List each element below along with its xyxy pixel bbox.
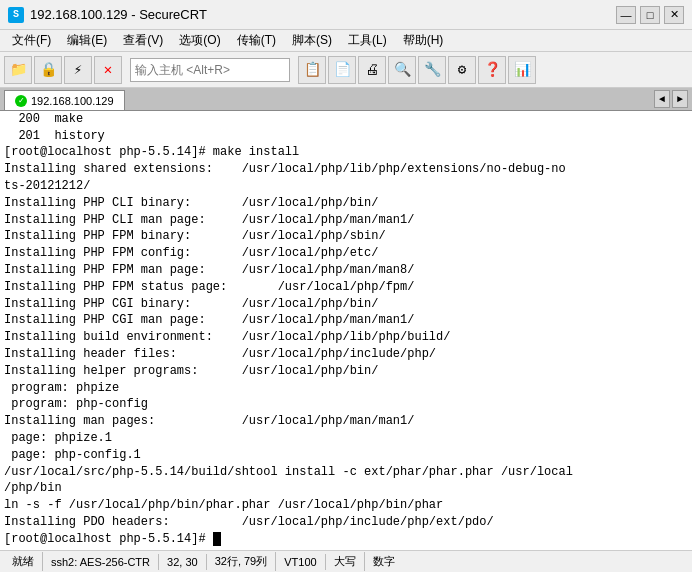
terminal-line: Installing man pages: /usr/local/php/man… [4, 413, 688, 430]
terminal-line: [root@localhost php-5.5.14]# [4, 531, 688, 548]
connection-status-icon [15, 95, 27, 107]
toolbar-btn-8[interactable]: ⚙ [448, 56, 476, 84]
terminal-line: 200 make [4, 111, 688, 128]
status-lines: 32行, 79列 [207, 552, 277, 571]
terminal-line: Installing PHP FPM config: /usr/local/ph… [4, 245, 688, 262]
terminal-line: /usr/local/src/php-5.5.14/build/shtool i… [4, 464, 688, 481]
menu-edit[interactable]: 编辑(E) [59, 30, 115, 51]
toolbar-btn-2[interactable]: 🔒 [34, 56, 62, 84]
terminal-line: ln -s -f /usr/local/php/bin/phar.phar /u… [4, 497, 688, 514]
menu-view[interactable]: 查看(V) [115, 30, 171, 51]
toolbar-btn-7[interactable]: 🔧 [418, 56, 446, 84]
title-bar: S 192.168.100.129 - SecureCRT — □ ✕ [0, 0, 692, 30]
terminal-line: 201 history [4, 128, 688, 145]
toolbar-btn-3[interactable]: ⚡ [64, 56, 92, 84]
session-tab[interactable]: 192.168.100.129 [4, 90, 125, 110]
terminal-line: Installing PHP FPM status page: /usr/loc… [4, 279, 688, 296]
toolbar-sep-2 [292, 56, 296, 84]
toolbar-btn-5[interactable]: 🖨 [358, 56, 386, 84]
toolbar-btn-10[interactable]: 📊 [508, 56, 536, 84]
tab-bar: 192.168.100.129 ◄ ► [0, 88, 692, 111]
menu-help[interactable]: 帮助(H) [395, 30, 452, 51]
terminal-line: program: php-config [4, 396, 688, 413]
toolbar: 📁 🔒 ⚡ ✕ 📋 📄 🖨 🔍 🔧 ⚙ ❓ 📊 [0, 52, 692, 88]
status-numlock: 数字 [365, 552, 403, 571]
terminal-line: Installing PHP CGI binary: /usr/local/ph… [4, 296, 688, 313]
terminal-line: page: phpize.1 [4, 430, 688, 447]
close-button[interactable]: ✕ [664, 6, 684, 24]
terminal-line: Installing build environment: /usr/local… [4, 329, 688, 346]
toolbar-btn-paste[interactable]: 📄 [328, 56, 356, 84]
status-ready: 就绪 [4, 552, 43, 571]
status-encryption: ssh2: AES-256-CTR [43, 554, 159, 570]
menu-bar: 文件(F) 编辑(E) 查看(V) 选项(O) 传输(T) 脚本(S) 工具(L… [0, 30, 692, 52]
terminal-line: page: php-config.1 [4, 447, 688, 464]
maximize-button[interactable]: □ [640, 6, 660, 24]
terminal-line: /php/bin [4, 480, 688, 497]
main-window: S 192.168.100.129 - SecureCRT — □ ✕ 文件(F… [0, 0, 692, 572]
toolbar-btn-copy[interactable]: 📋 [298, 56, 326, 84]
terminal-line: Installing header files: /usr/local/php/… [4, 346, 688, 363]
terminal-line: Installing PHP CLI binary: /usr/local/ph… [4, 195, 688, 212]
terminal-line: Installing PHP FPM binary: /usr/local/ph… [4, 228, 688, 245]
terminal-line: Installing PHP FPM man page: /usr/local/… [4, 262, 688, 279]
window-controls: — □ ✕ [616, 6, 684, 24]
terminal-line: Installing shared extensions: /usr/local… [4, 161, 688, 178]
status-capslock: 大写 [326, 552, 365, 571]
toolbar-sep-1 [124, 56, 128, 84]
tab-label: 192.168.100.129 [31, 95, 114, 107]
status-terminal: VT100 [276, 554, 325, 570]
tab-scroll-right[interactable]: ► [672, 90, 688, 108]
host-input[interactable] [130, 58, 290, 82]
menu-script[interactable]: 脚本(S) [284, 30, 340, 51]
window-title: 192.168.100.129 - SecureCRT [30, 7, 207, 22]
terminal-line: Installing PHP CGI man page: /usr/local/… [4, 312, 688, 329]
toolbar-group-1: 📁 🔒 ⚡ ✕ [4, 56, 122, 84]
menu-options[interactable]: 选项(O) [171, 30, 228, 51]
menu-file[interactable]: 文件(F) [4, 30, 59, 51]
terminal-line: Installing PDO headers: /usr/local/php/i… [4, 514, 688, 531]
terminal-cursor [213, 532, 221, 546]
toolbar-btn-9[interactable]: ❓ [478, 56, 506, 84]
title-bar-left: S 192.168.100.129 - SecureCRT [8, 7, 207, 23]
status-bar: 就绪 ssh2: AES-256-CTR 32, 30 32行, 79列 VT1… [0, 550, 692, 572]
terminal-output[interactable]: ibvpx/ --with-zlib-dir=/usr/local/zlib -… [0, 111, 692, 550]
toolbar-btn-1[interactable]: 📁 [4, 56, 32, 84]
terminal-line: Installing helper programs: /usr/local/p… [4, 363, 688, 380]
minimize-button[interactable]: — [616, 6, 636, 24]
terminal-line: program: phpize [4, 380, 688, 397]
menu-tools[interactable]: 工具(L) [340, 30, 395, 51]
toolbar-btn-close[interactable]: ✕ [94, 56, 122, 84]
menu-transfer[interactable]: 传输(T) [229, 30, 284, 51]
toolbar-btn-6[interactable]: 🔍 [388, 56, 416, 84]
terminal-line: Installing PHP CLI man page: /usr/local/… [4, 212, 688, 229]
terminal-line: [root@localhost php-5.5.14]# make instal… [4, 144, 688, 161]
status-position: 32, 30 [159, 554, 207, 570]
tab-scroll-left[interactable]: ◄ [654, 90, 670, 108]
app-icon: S [8, 7, 24, 23]
terminal-line: ts-20121212/ [4, 178, 688, 195]
tab-scroll-controls: ◄ ► [654, 90, 688, 110]
